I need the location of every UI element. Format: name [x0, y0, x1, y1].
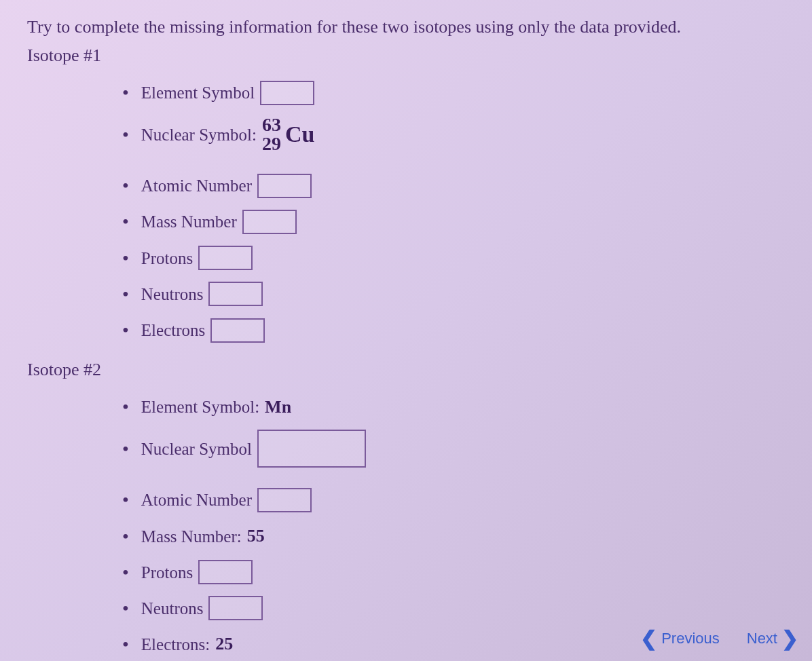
- protons-input[interactable]: [198, 560, 253, 584]
- nuclear-symbol-input[interactable]: [257, 430, 366, 468]
- protons-label: Protons: [141, 246, 193, 270]
- neutrons-label: Neutrons: [141, 597, 204, 620]
- element-symbol-label: Element Symbol:: [141, 395, 259, 419]
- instructions-text: Try to complete the missing information …: [27, 14, 785, 40]
- nuclear-symbol-label: Nuclear Symbol:: [141, 123, 257, 147]
- atomic-number-input[interactable]: [257, 174, 312, 198]
- electrons-value: 25: [215, 632, 233, 656]
- element-symbol-value: Mn: [265, 395, 291, 419]
- nuclear-symbol-value: 63 29 Cu: [262, 115, 314, 153]
- nuclear-symbol-label: Nuclear Symbol: [141, 437, 252, 461]
- mass-number-input[interactable]: [242, 210, 297, 234]
- electrons-label: Electrons:: [141, 632, 210, 656]
- isotope-1-header: Isotope #1: [27, 45, 785, 66]
- element-symbol-label: Element Symbol: [141, 81, 255, 105]
- atomic-number-label: Atomic Number: [141, 174, 252, 197]
- electrons-label: Electrons: [141, 318, 205, 342]
- next-label: Next: [747, 630, 777, 647]
- electrons-input[interactable]: [210, 318, 265, 343]
- previous-label: Previous: [661, 630, 720, 647]
- element-symbol-input[interactable]: [260, 81, 314, 105]
- mass-number-value: 55: [247, 524, 265, 548]
- nuclear-element-symbol: Cu: [285, 118, 314, 151]
- neutrons-label: Neutrons: [141, 282, 204, 306]
- isotope-2-header: Isotope #2: [27, 360, 785, 380]
- chevron-left-icon: ❮: [640, 628, 657, 649]
- navigation-bar: ❮ Previous Next ❯: [640, 628, 798, 649]
- isotope-1-list: Element Symbol Nuclear Symbol: 63 29 Cu …: [27, 79, 785, 343]
- isotope-2-list: Element Symbol: Mn Nuclear Symbol Atomic…: [27, 394, 785, 658]
- protons-label: Protons: [141, 561, 193, 584]
- mass-number-superscript: 63: [262, 115, 281, 134]
- mass-number-label: Mass Number: [141, 210, 237, 233]
- chevron-right-icon: ❯: [781, 628, 798, 649]
- previous-button[interactable]: ❮ Previous: [640, 628, 720, 649]
- mass-number-label: Mass Number:: [141, 525, 242, 548]
- atomic-number-subscript: 29: [262, 134, 281, 153]
- protons-input[interactable]: [198, 246, 253, 270]
- neutrons-input[interactable]: [208, 596, 263, 620]
- neutrons-input[interactable]: [208, 282, 263, 306]
- atomic-number-label: Atomic Number: [141, 488, 252, 512]
- atomic-number-input[interactable]: [257, 488, 312, 512]
- next-button[interactable]: Next ❯: [747, 628, 798, 649]
